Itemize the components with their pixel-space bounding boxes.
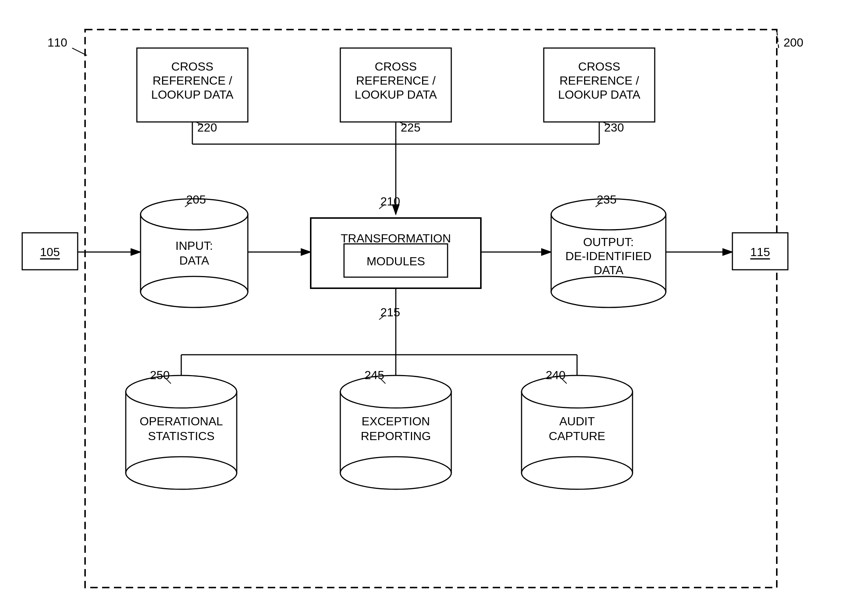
audit-line2: CAPTURE <box>549 430 606 443</box>
exception-cylinder-bottom <box>340 457 451 489</box>
exception-line1: EXCEPTION <box>362 415 430 428</box>
modules-inner-label: MODULES <box>366 255 425 268</box>
ref-235: 235 <box>597 193 616 206</box>
cross-ref-2-line1: CROSS <box>375 60 417 73</box>
ref-105-label: 105 <box>40 245 60 259</box>
ref-210: 210 <box>380 195 400 208</box>
output-data-line1: OUTPUT: <box>583 235 634 249</box>
ref-215: 215 <box>380 306 400 319</box>
output-cylinder-bottom <box>551 276 666 308</box>
ref-225: 225 <box>400 121 420 134</box>
audit-cylinder-top <box>522 375 633 408</box>
exception-cylinder-top <box>340 375 451 408</box>
cross-ref-3-line1: CROSS <box>578 60 620 73</box>
audit-cylinder-bottom <box>522 457 633 489</box>
input-data-line1: INPUT: <box>175 239 213 252</box>
input-data-line2: DATA <box>179 254 209 267</box>
cross-ref-1-line3: LOOKUP DATA <box>151 88 234 101</box>
input-cylinder-bottom <box>141 276 248 308</box>
ref-200-label: 200 <box>783 36 803 49</box>
operational-cylinder-bottom <box>126 457 237 489</box>
cross-ref-2-line3: LOOKUP DATA <box>355 88 437 101</box>
diagram-container: 110 200 CROSS REFERENCE / LOOKUP DATA 22… <box>0 0 843 616</box>
ref-230: 230 <box>604 121 624 134</box>
operational-line2: STATISTICS <box>148 430 215 443</box>
cross-ref-3-line3: LOOKUP DATA <box>558 88 641 101</box>
ref-205: 205 <box>186 193 206 206</box>
ref-220: 220 <box>197 121 217 134</box>
cross-ref-1-line1: CROSS <box>171 60 213 73</box>
operational-cylinder-top <box>126 375 237 408</box>
exception-line2: REPORTING <box>360 430 431 443</box>
operational-line1: OPERATIONAL <box>140 415 223 428</box>
ref-115-label: 115 <box>750 245 770 259</box>
cross-ref-2-line2: REFERENCE / <box>356 74 435 87</box>
audit-line1: AUDIT <box>559 415 595 428</box>
ref-110-label: 110 <box>47 36 67 49</box>
output-data-line3: DATA <box>594 264 624 277</box>
cross-ref-3-line2: REFERENCE / <box>559 74 639 87</box>
output-data-line2: DE-IDENTIFIED <box>566 249 652 263</box>
cross-ref-1-line2: REFERENCE / <box>152 74 232 87</box>
transformation-line1: TRANSFORMATION <box>341 232 451 245</box>
